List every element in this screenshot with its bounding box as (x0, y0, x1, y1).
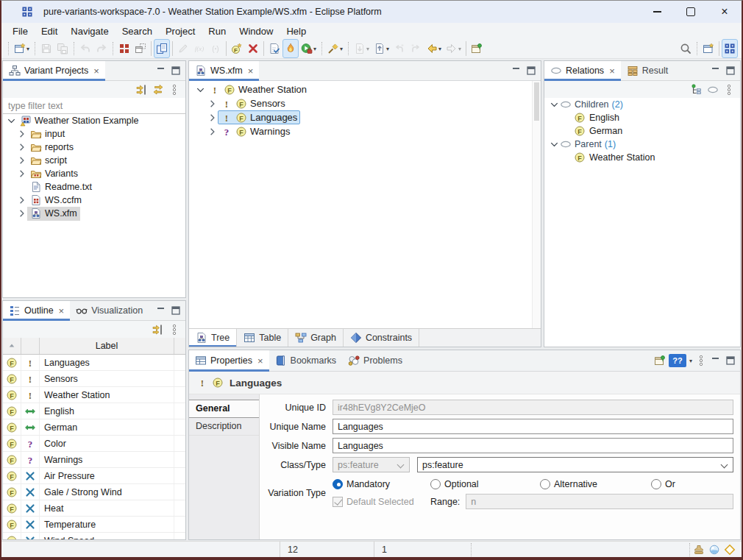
radio-alternative[interactable]: Alternative (540, 479, 651, 489)
label-column-header[interactable]: Label (40, 338, 174, 354)
maximize-view-icon[interactable] (170, 305, 182, 316)
tree-item-weather-station-example[interactable]: Weather Station Example (3, 114, 185, 127)
tree-item-reports[interactable]: reports (3, 141, 185, 154)
run-transformation-button[interactable]: ▾ (299, 39, 319, 58)
outline-row-english[interactable]: FEnglish (3, 403, 185, 419)
close-tab-icon[interactable]: × (93, 66, 99, 76)
close-tab-icon[interactable]: × (248, 66, 254, 76)
link-with-editor-icon[interactable] (152, 324, 164, 336)
transform-flame-button[interactable] (282, 39, 299, 58)
minimize-view-icon[interactable] (155, 305, 167, 316)
vertical-scrollbar[interactable] (532, 81, 541, 328)
delete-red-button[interactable] (245, 39, 261, 58)
properties-tab-general[interactable]: General (189, 400, 259, 418)
feature-languages[interactable]: !FLanguages (189, 110, 541, 124)
chevron-expanded-icon[interactable] (549, 99, 560, 110)
maximize-view-icon[interactable] (725, 355, 736, 366)
export-page-button[interactable]: ▾ (372, 39, 391, 58)
feature-weather-station[interactable]: !FWeather Station (189, 82, 541, 96)
relation-filter-icon[interactable] (707, 84, 719, 96)
view-menu-icon[interactable] (168, 324, 180, 336)
help-dropdown-arrow-icon[interactable]: ▾ (689, 358, 692, 364)
filter-input[interactable] (3, 98, 185, 113)
outline-row-sensors[interactable]: F!Sensors (3, 371, 185, 387)
outline-row-weather-station[interactable]: F!Weather Station (3, 387, 185, 403)
editor-page-tab-table[interactable]: Table (237, 329, 288, 347)
relation-item-weather-station[interactable]: FWeather Station (544, 151, 740, 164)
relation-item-german[interactable]: FGerman (544, 124, 740, 138)
tree-item-variants[interactable]: Variants (3, 167, 185, 180)
menu-help[interactable]: Help (280, 26, 313, 37)
relation-group-parent[interactable]: Parent(1) (544, 138, 740, 151)
minimize-view-icon[interactable] (155, 65, 167, 77)
lamp-icon[interactable] (708, 544, 720, 556)
dropdown-arrow-icon[interactable]: ▾ (386, 46, 389, 52)
minimize-view-icon[interactable] (511, 65, 522, 77)
link-with-editor-icon[interactable] (136, 84, 148, 96)
outline-row-warnings[interactable]: F?Warnings (3, 452, 185, 468)
chevron-expanded-icon[interactable] (549, 138, 560, 150)
properties-tab-description[interactable]: Description (189, 418, 259, 436)
radio-checked-icon[interactable] (333, 479, 343, 489)
menu-navigate[interactable]: Navigate (64, 26, 115, 37)
chevron-expanded-icon[interactable] (6, 115, 17, 127)
validate-model-button[interactable] (266, 39, 282, 58)
dropdown-arrow-icon[interactable]: ▾ (26, 46, 29, 52)
new-wizard-button[interactable]: ▾ (12, 39, 32, 58)
outline-row-gale-strong-wind[interactable]: FGale / Strong Wind (3, 484, 185, 500)
pv-perspective-button[interactable] (722, 39, 738, 58)
feature-sensors[interactable]: !FSensors (189, 96, 541, 110)
menu-window[interactable]: Window (232, 26, 280, 37)
view-menu-icon[interactable] (168, 84, 180, 96)
relation-group-children[interactable]: Children(2) (544, 98, 740, 111)
chevron-collapsed-icon[interactable] (16, 141, 27, 153)
open-perspective-button[interactable] (700, 39, 717, 58)
menu-search[interactable]: Search (115, 26, 159, 37)
radio-unchecked-icon[interactable] (430, 479, 441, 489)
close-tab-icon[interactable]: × (257, 356, 263, 366)
dropdown-arrow-icon[interactable]: ▾ (458, 46, 461, 52)
radio-optional[interactable]: Optional (430, 479, 540, 489)
search-button[interactable] (678, 39, 694, 58)
radio-unchecked-icon[interactable] (651, 479, 661, 489)
tab-visualization[interactable]: Visualization (70, 301, 149, 320)
variation-column-header[interactable] (21, 338, 40, 354)
view-menu-icon[interactable] (723, 84, 735, 96)
menu-run[interactable]: Run (202, 26, 232, 37)
tree-item-ws-xfm[interactable]: WS.xfm (3, 207, 185, 220)
maximize-view-icon[interactable] (170, 65, 182, 77)
maximize-view-icon[interactable] (725, 65, 736, 77)
chevron-expanded-icon[interactable] (195, 84, 206, 96)
chevron-collapsed-icon[interactable] (16, 208, 27, 219)
stamp-icon[interactable] (693, 544, 705, 556)
radio-unchecked-icon[interactable] (540, 479, 550, 489)
tab-properties[interactable]: Properties × (189, 350, 269, 371)
menu-project[interactable]: Project (159, 26, 202, 37)
chevron-collapsed-icon[interactable] (16, 194, 27, 206)
window-close-button[interactable]: × (708, 1, 742, 23)
window-minimize-button[interactable] (640, 1, 674, 23)
outline-row-languages[interactable]: F!Languages (3, 355, 185, 371)
compare-models-button[interactable] (154, 39, 170, 58)
type-select[interactable]: ps:feature (417, 457, 733, 472)
clean-torch-button[interactable]: ▾ (325, 39, 345, 58)
tab-outline[interactable]: Outline × (3, 301, 70, 320)
minimize-view-icon[interactable] (710, 355, 722, 366)
visible-name-field[interactable] (333, 438, 733, 453)
menu-file[interactable]: File (6, 26, 35, 37)
close-tab-icon[interactable]: × (609, 66, 615, 76)
radio-mandatory[interactable]: Mandatory (333, 479, 430, 489)
outline-row-color[interactable]: F?Color (3, 436, 185, 452)
editor-page-tab-constraints[interactable]: Constraints (344, 329, 419, 347)
outline-row-temperature[interactable]: FTemperature (3, 517, 185, 533)
view-menu-icon[interactable] (695, 355, 707, 366)
tab-relations[interactable]: Relations × (544, 61, 621, 80)
feature-warnings[interactable]: ?FWarnings (189, 124, 541, 138)
outline-row-german[interactable]: FGerman (3, 419, 185, 436)
tab-bookmarks[interactable]: Bookmarks (269, 350, 343, 371)
tree-item-input[interactable]: input (3, 127, 185, 141)
tab-variant-projects[interactable]: Variant Projects × (3, 61, 105, 80)
tab-problems[interactable]: Problems (342, 350, 408, 371)
outline-row-wind-speed[interactable]: FWind Speed (3, 533, 185, 539)
chevron-collapsed-icon[interactable] (16, 155, 27, 166)
